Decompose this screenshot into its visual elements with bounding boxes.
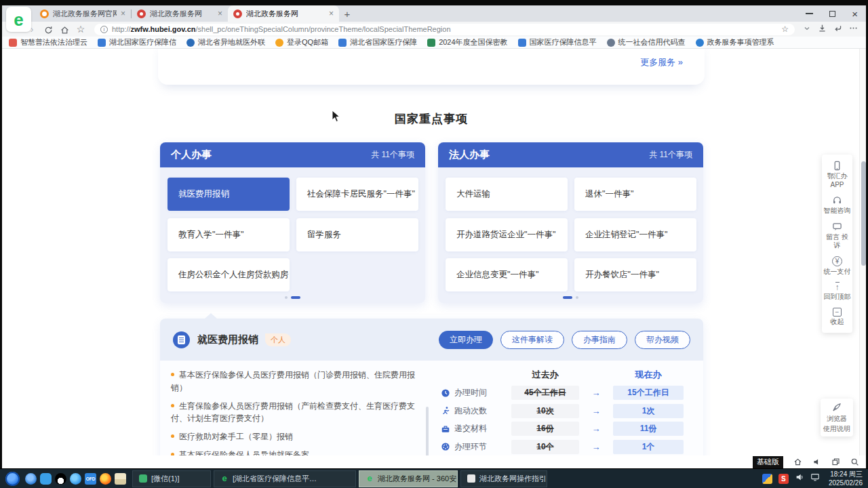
scope-item: 基本医疗保险参保人员医疗费用报销（门诊费用报销、住院费用报销） bbox=[171, 369, 420, 394]
taskbar-task-guide[interactable]: 湖北政务网操作指引 bbox=[460, 470, 547, 487]
site-info-icon[interactable]: i bbox=[100, 26, 108, 33]
input-method-icon[interactable] bbox=[762, 474, 772, 484]
taskbar-task-medical[interactable]: e [湖北省医疗保障信息平… bbox=[214, 470, 356, 487]
url-text[interactable]: http://zwfw.hubei.gov.cn/shell_pc/oneThi… bbox=[112, 25, 777, 33]
scope-item: 基本医疗保险参保人员异地就医备案 bbox=[171, 449, 420, 455]
service-item[interactable]: 退休"一件事" bbox=[574, 178, 696, 211]
bookmark-icon bbox=[9, 39, 17, 47]
chevron-down-icon[interactable] bbox=[803, 23, 811, 35]
menu-dots-icon[interactable] bbox=[849, 23, 858, 35]
tab-close-icon[interactable]: × bbox=[329, 9, 334, 18]
start-button[interactable] bbox=[5, 472, 20, 486]
now-value: 1次 bbox=[613, 404, 684, 418]
address-bar[interactable]: i http://zwfw.hubei.gov.cn/shell_pc/oneT… bbox=[94, 24, 795, 35]
service-item[interactable]: 开办餐饮店"一件事" bbox=[574, 258, 696, 291]
volume-icon[interactable] bbox=[795, 472, 804, 485]
bookmark-item[interactable]: 湖北省异地就医外联 bbox=[186, 37, 265, 47]
bookmark-star-icon[interactable]: ☆ bbox=[73, 22, 89, 37]
pager-active-dash[interactable] bbox=[291, 296, 300, 299]
service-item[interactable]: 企业注销登记"一件事" bbox=[574, 218, 696, 251]
personal-services-card: 个人办事 共 11个事项 就医费用报销 社会保障卡居民服务"一件事" 教育入学"… bbox=[160, 142, 425, 303]
bookmark-item[interactable]: 2024年度全国保密教 bbox=[427, 37, 507, 47]
service-item[interactable]: 开办道路货运企业"一件事" bbox=[446, 218, 568, 251]
search-tool-icon[interactable] bbox=[850, 458, 859, 466]
card-count: 共 11个事项 bbox=[649, 149, 692, 161]
minimize-button[interactable] bbox=[806, 13, 813, 14]
more-services-link[interactable]: 更多服务 » bbox=[640, 56, 683, 68]
browser-logo[interactable]: e bbox=[6, 7, 31, 32]
display-icon[interactable] bbox=[810, 472, 820, 485]
browser-app-icon[interactable] bbox=[25, 473, 37, 485]
tab-close-icon[interactable]: × bbox=[218, 9, 222, 18]
detail-panel: 就医费用报销 个人 立即办理 这件事解读 办事指南 帮办视频 基本医疗保险参保人… bbox=[160, 319, 703, 455]
detail-body: 基本医疗保险参保人员医疗费用报销（门诊费用报销、住院费用报销） 生育保险参保人员… bbox=[160, 361, 703, 455]
bookmark-item[interactable]: 登录QQ邮箱 bbox=[275, 37, 328, 47]
tab-2[interactable]: 湖北政务服务网 × bbox=[132, 5, 228, 22]
browser-help-button[interactable]: 浏览器 使用说明 bbox=[821, 399, 853, 436]
maximize-button[interactable] bbox=[829, 11, 835, 17]
page-scrollbar[interactable] bbox=[859, 49, 866, 455]
handle-now-button[interactable]: 立即办理 bbox=[439, 331, 493, 349]
service-item[interactable]: 留学服务 bbox=[296, 218, 418, 251]
unified-pay-item[interactable]: ¥ 统一支付 bbox=[823, 253, 851, 280]
pager-dot[interactable] bbox=[285, 296, 288, 299]
star-icon[interactable]: ☆ bbox=[781, 24, 789, 34]
tab-3-active[interactable]: 湖北政务服务网 × bbox=[228, 5, 339, 22]
return-arrow-icon[interactable] bbox=[833, 23, 842, 35]
tab-close-icon[interactable]: × bbox=[121, 9, 125, 18]
scrollbar-thumb[interactable] bbox=[861, 161, 866, 266]
pager-active-dash[interactable] bbox=[563, 296, 572, 299]
collapse-item[interactable]: − 收起 bbox=[823, 305, 851, 330]
feedback-item[interactable]: 留言 投诉 bbox=[823, 219, 851, 253]
speaker-tool-icon[interactable] bbox=[812, 458, 821, 466]
bookmark-item[interactable]: 湖北国家医疗保障信 bbox=[98, 37, 176, 47]
mouse-cursor bbox=[332, 110, 340, 123]
sogou-icon[interactable]: S bbox=[778, 474, 789, 484]
service-item[interactable]: 住房公积金个人住房贷款购房 bbox=[167, 258, 290, 291]
smart-consult-item[interactable]: 智能咨询 bbox=[823, 192, 851, 219]
service-item[interactable]: 社会保障卡居民服务"一件事" bbox=[296, 178, 418, 211]
home-icon[interactable] bbox=[56, 22, 73, 37]
taskbar-clock[interactable]: 18:24 周三 2025/02/26 bbox=[829, 470, 863, 487]
file-manager-icon[interactable] bbox=[115, 473, 126, 485]
bookmark-item[interactable]: 湖北省国家医疗保障 bbox=[338, 37, 417, 47]
runner-icon bbox=[441, 406, 450, 415]
yen-icon: ¥ bbox=[832, 256, 842, 266]
refresh-icon[interactable] bbox=[40, 22, 56, 37]
windows-tool-icon[interactable] bbox=[831, 458, 840, 466]
bluebird-im-icon[interactable] bbox=[70, 473, 81, 485]
download-icon[interactable] bbox=[818, 23, 827, 35]
bookmark-item[interactable]: 统一社会信用代码查 bbox=[607, 37, 686, 47]
service-scope-list: 基本医疗保险参保人员医疗费用报销（门诊费用报销、住院费用报销） 生育保险参保人员… bbox=[160, 361, 430, 455]
app-qr-item[interactable]: 鄂汇办APP bbox=[823, 158, 851, 192]
back-to-top-item[interactable]: ↑ 回到顶部 bbox=[823, 279, 851, 305]
home-tool-icon[interactable] bbox=[793, 458, 802, 466]
service-item[interactable]: 教育入学"一件事" bbox=[167, 218, 290, 251]
arrow-icon: → bbox=[579, 406, 613, 416]
explain-button[interactable]: 这件事解读 bbox=[500, 331, 564, 349]
app-store-icon[interactable] bbox=[40, 473, 52, 485]
close-button[interactable]: × bbox=[852, 9, 858, 19]
pager-dot[interactable] bbox=[576, 296, 578, 299]
qq-icon[interactable] bbox=[55, 473, 66, 485]
guide-button[interactable]: 办事指南 bbox=[572, 331, 627, 349]
video-button[interactable]: 帮办视频 bbox=[635, 331, 690, 349]
gov-favicon bbox=[233, 9, 242, 18]
taskbar-task-zwfw-active[interactable]: e 湖北政务服务网 - 360安… bbox=[359, 470, 458, 487]
ofd-reader-icon[interactable]: OFD bbox=[85, 473, 96, 485]
desktop-screen: e 湖北政务服务网官网_3 × 湖北政务服务网 × 湖北政务服务网 × bbox=[0, 0, 868, 488]
new-tab-button[interactable]: + bbox=[339, 5, 355, 22]
service-item[interactable]: 企业信息变更"一件事" bbox=[446, 258, 568, 291]
service-item-selected[interactable]: 就医费用报销 bbox=[167, 178, 290, 211]
firefox-icon[interactable] bbox=[100, 473, 111, 485]
bookmark-item[interactable]: 政务服务事项管理系 bbox=[696, 37, 774, 47]
tab-1[interactable]: 湖北政务服务网官网_3 × bbox=[35, 5, 131, 22]
taskbar-task-wechat[interactable]: [微信(1)] bbox=[132, 470, 211, 487]
bookmark-item[interactable]: 国家医疗保障信息平 bbox=[518, 37, 597, 47]
bookmark-item[interactable]: 智慧普法依法治理云 bbox=[9, 37, 87, 47]
service-item[interactable]: 大件运输 bbox=[446, 178, 568, 211]
list-scrollbar[interactable] bbox=[426, 407, 429, 455]
arrow-icon: → bbox=[579, 442, 613, 452]
toolbar-right bbox=[800, 23, 861, 35]
now-header[interactable]: 现在办 bbox=[613, 369, 684, 381]
